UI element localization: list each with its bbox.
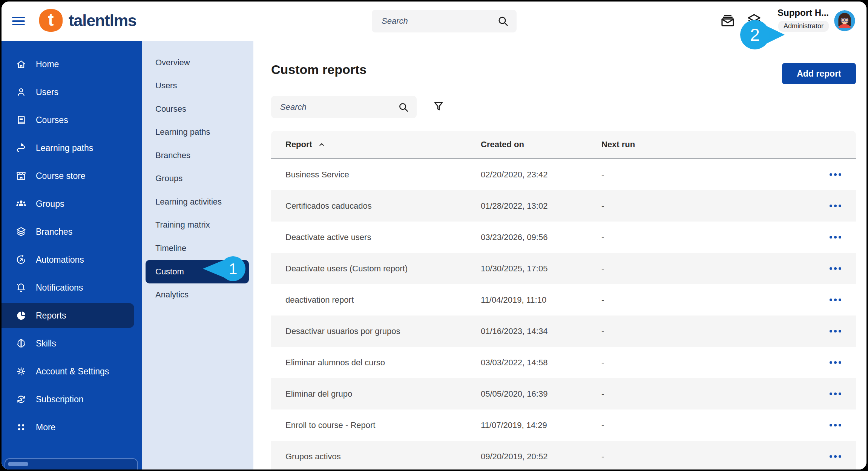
sidebar-item-subscription[interactable]: $ Subscription: [2, 385, 142, 413]
sidebar-scrollbar[interactable]: [5, 458, 138, 469]
sidebar-item-course-store[interactable]: Course store: [2, 162, 142, 190]
row-more-options-icon[interactable]: [814, 386, 856, 402]
sidebar-item-account-settings[interactable]: Account & Settings: [2, 357, 142, 385]
reports-search: [271, 96, 417, 118]
path-icon: [15, 142, 27, 154]
subnav-item-learning-paths[interactable]: Learning paths: [142, 121, 253, 144]
column-header-created-on: Created on: [481, 140, 601, 149]
main-content: Custom reports Add report Report Created…: [253, 41, 866, 469]
bell-icon: [15, 282, 27, 293]
sidebar-item-courses[interactable]: Courses: [2, 106, 142, 134]
table-row[interactable]: Deactivate active users03/23/2026, 09:56…: [271, 222, 856, 253]
global-search-input[interactable]: [382, 16, 497, 26]
user-icon: [15, 86, 27, 98]
subnav-item-groups[interactable]: Groups: [142, 167, 253, 191]
subnav-item-users[interactable]: Users: [142, 74, 253, 98]
sidebar-item-reports[interactable]: Reports: [2, 303, 134, 328]
sidebar-item-users[interactable]: Users: [2, 78, 142, 106]
subscription-icon: $: [15, 394, 27, 405]
home-icon: [15, 58, 27, 70]
gear-icon: [15, 366, 27, 377]
table-row[interactable]: Business Service02/20/2020, 23:42-: [271, 159, 856, 190]
brain-icon: [15, 338, 27, 349]
book-icon: [15, 114, 27, 126]
subnav-item-learning-activities[interactable]: Learning activities: [142, 190, 253, 214]
global-search: [372, 10, 517, 32]
table-row[interactable]: Deactivate users (Custom report)10/30/20…: [271, 253, 856, 284]
sidebar-item-skills[interactable]: Skills: [2, 329, 142, 357]
row-more-options-icon[interactable]: [814, 418, 856, 433]
logo-wordmark: talentlms: [69, 11, 136, 30]
scrollbar-thumb[interactable]: [8, 462, 28, 466]
layers-icon: [15, 226, 27, 237]
subnav-item-timeline[interactable]: Timeline: [142, 237, 253, 260]
branches-switch-icon[interactable]: [746, 13, 762, 29]
page-title: Custom reports: [271, 62, 856, 77]
app-window: t talentlms Support H... Administrator: [2, 2, 866, 469]
sidebar-item-learning-paths[interactable]: Learning paths: [2, 134, 142, 162]
sort-asc-icon: [317, 140, 326, 149]
people-icon: [15, 198, 27, 209]
primary-sidebar: Home Users Courses Learning paths Course…: [2, 41, 142, 469]
sidebar-item-more[interactable]: More: [2, 413, 142, 441]
app-logo[interactable]: t talentlms: [39, 9, 136, 32]
custom-reports-table: Report Created on Next run Business Serv…: [271, 131, 856, 469]
sidebar-item-automations[interactable]: Automations: [2, 246, 142, 274]
row-more-options-icon[interactable]: [814, 199, 856, 214]
row-more-options-icon[interactable]: [814, 355, 856, 370]
sidebar-item-groups[interactable]: Groups: [2, 190, 142, 218]
search-icon: [497, 15, 509, 27]
subnav-item-courses[interactable]: Courses: [142, 97, 253, 121]
subnav-item-overview[interactable]: Overview: [142, 51, 253, 74]
logo-t-icon: t: [39, 9, 63, 32]
user-meta: Support H... Administrator: [778, 8, 829, 32]
filter-button[interactable]: [430, 99, 447, 115]
search-icon: [398, 102, 409, 113]
reports-subnav: Overview Users Courses Learning paths Br…: [142, 41, 253, 469]
subnav-item-custom[interactable]: Custom: [146, 260, 249, 283]
row-more-options-icon[interactable]: [814, 261, 856, 276]
hamburger-menu-icon[interactable]: [12, 15, 25, 27]
column-header-next-run: Next run: [601, 140, 814, 149]
row-more-options-icon[interactable]: [814, 167, 856, 182]
grid-dots-icon: [15, 422, 27, 433]
row-more-options-icon[interactable]: [814, 449, 856, 464]
row-more-options-icon[interactable]: [814, 230, 856, 245]
sidebar-item-branches[interactable]: Branches: [2, 218, 142, 246]
store-icon: [15, 170, 27, 182]
svg-text:$: $: [20, 397, 22, 402]
table-row[interactable]: Grupos activos09/20/2019, 20:52-: [271, 441, 856, 469]
table-header: Report Created on Next run: [271, 131, 856, 159]
user-name: Support H...: [778, 8, 829, 18]
column-header-report[interactable]: Report: [271, 140, 481, 149]
messages-inbox-icon[interactable]: [719, 13, 736, 29]
avatar[interactable]: [834, 10, 855, 31]
table-row[interactable]: Eliminar del grupo05/05/2020, 16:39-: [271, 378, 856, 409]
subnav-item-branches[interactable]: Branches: [142, 144, 253, 167]
user-role-badge: Administrator: [778, 21, 829, 32]
row-more-options-icon[interactable]: [814, 292, 856, 308]
subnav-item-analytics[interactable]: Analytics: [142, 283, 253, 307]
reports-search-input[interactable]: [280, 102, 398, 112]
sidebar-item-home[interactable]: Home: [2, 50, 142, 78]
table-row[interactable]: deactivation report11/04/2019, 11:10-: [271, 284, 856, 316]
subnav-item-training-matrix[interactable]: Training matrix: [142, 214, 253, 237]
topbar: t talentlms Support H... Administrator: [2, 2, 866, 41]
table-row[interactable]: Desactivar usuarios por grupos01/16/2023…: [271, 316, 856, 347]
table-row[interactable]: Certificados caducados01/28/2022, 13:02-: [271, 190, 856, 222]
table-body: Business Service02/20/2020, 23:42- Certi…: [271, 159, 856, 469]
pie-chart-icon: [15, 310, 27, 321]
filter-funnel-icon: [432, 100, 445, 113]
sidebar-item-notifications[interactable]: Notifications: [2, 274, 142, 302]
table-row[interactable]: Enroll to course - Report11/07/2019, 14:…: [271, 409, 856, 441]
add-report-button[interactable]: Add report: [782, 63, 856, 84]
table-toolbar: [271, 96, 856, 118]
table-row[interactable]: Eliminar alumnos del curso03/03/2022, 14…: [271, 347, 856, 378]
automation-icon: [15, 254, 27, 265]
row-more-options-icon[interactable]: [814, 324, 856, 339]
